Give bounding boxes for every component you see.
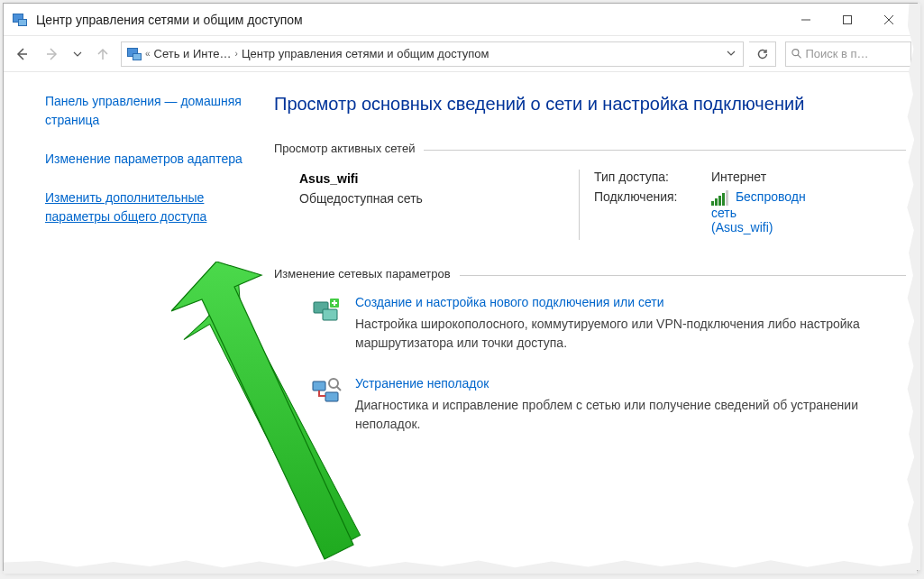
sidebar-advanced-sharing-link[interactable]: Изменить дополнительные параметры общего… <box>45 188 258 226</box>
action-troubleshoot-desc: Диагностика и исправление проблем с сеть… <box>355 396 888 434</box>
action-new-connection: Создание и настройка нового подключения … <box>274 295 906 353</box>
network-name: Asus_wifi <box>299 171 579 186</box>
maximize-button[interactable] <box>827 6 868 33</box>
divider <box>424 150 906 151</box>
forward-button[interactable] <box>40 41 65 67</box>
svg-rect-15 <box>325 392 338 401</box>
troubleshoot-icon <box>310 376 343 409</box>
breadcrumb-level2[interactable]: Центр управления сетями и общим доступом <box>242 47 489 60</box>
sidebar-home-link[interactable]: Панель управления — домашняя страница <box>45 92 258 130</box>
svg-point-7 <box>792 50 799 56</box>
svg-rect-1 <box>844 15 852 23</box>
action-troubleshoot: Устранение неполадок Диагностика и испра… <box>274 376 906 434</box>
window-title: Центр управления сетями и общим доступом <box>36 13 785 27</box>
divider <box>460 275 906 276</box>
svg-line-17 <box>336 386 341 391</box>
addressbar: « Сеть и Инте… › Центр управления сетями… <box>4 36 917 72</box>
action-new-connection-link[interactable]: Создание и настройка нового подключения … <box>355 295 663 309</box>
search-icon <box>791 48 801 60</box>
connections-label: Подключения: <box>594 189 711 204</box>
svg-line-8 <box>798 55 801 59</box>
titlebar: Центр управления сетями и общим доступом <box>4 4 917 36</box>
page-heading: Просмотр основных сведений о сети и наст… <box>274 92 906 116</box>
network-category: Общедоступная сеть <box>299 191 579 206</box>
address-box[interactable]: « Сеть и Инте… › Центр управления сетями… <box>121 41 744 67</box>
back-button[interactable] <box>9 41 34 67</box>
control-panel-icon <box>11 12 27 28</box>
control-panel-window: Центр управления сетями и общим доступом <box>3 3 918 571</box>
access-type-label: Тип доступа: <box>594 170 711 184</box>
change-settings-label: Изменение сетевых параметров <box>274 267 451 280</box>
chevron-right-icon: › <box>235 49 238 59</box>
breadcrumb-level1[interactable]: Сеть и Инте… <box>154 47 232 60</box>
new-connection-icon <box>310 295 343 327</box>
access-type-value: Интернет <box>711 170 766 184</box>
search-input[interactable] <box>805 47 905 60</box>
close-button[interactable] <box>868 6 910 33</box>
active-networks-label: Просмотр активных сетей <box>274 142 415 155</box>
svg-rect-14 <box>313 381 325 391</box>
search-box[interactable] <box>785 41 911 67</box>
sidebar: Панель управления — домашняя страница Из… <box>4 72 274 570</box>
active-network-row: Asus_wifi Общедоступная сеть Тип доступа… <box>274 170 906 240</box>
location-icon <box>125 46 142 62</box>
address-dropdown[interactable] <box>723 47 739 60</box>
refresh-button[interactable] <box>749 41 776 67</box>
svg-rect-10 <box>323 309 337 320</box>
recent-dropdown[interactable] <box>70 41 85 67</box>
main-pane: Просмотр основных сведений о сети и наст… <box>274 72 917 570</box>
wifi-signal-icon <box>711 190 728 206</box>
minimize-button[interactable] <box>785 6 827 33</box>
action-troubleshoot-link[interactable]: Устранение неполадок <box>355 376 489 391</box>
action-new-connection-desc: Настройка широкополосного, коммутируемог… <box>355 315 888 353</box>
up-button[interactable] <box>90 41 115 67</box>
sidebar-adapter-link[interactable]: Изменение параметров адаптера <box>45 150 258 169</box>
crumb-chevron[interactable]: « <box>145 49 151 59</box>
